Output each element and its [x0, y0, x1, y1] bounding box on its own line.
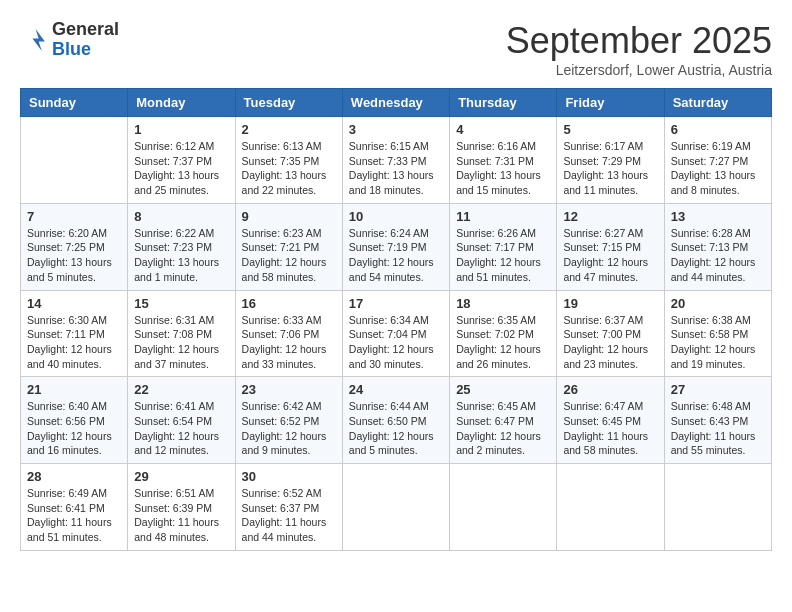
- calendar-cell: 27Sunrise: 6:48 AMSunset: 6:43 PMDayligh…: [664, 377, 771, 464]
- day-header-monday: Monday: [128, 89, 235, 117]
- calendar-cell: 11Sunrise: 6:26 AMSunset: 7:17 PMDayligh…: [450, 203, 557, 290]
- day-number: 16: [242, 296, 336, 311]
- calendar-cell: 8Sunrise: 6:22 AMSunset: 7:23 PMDaylight…: [128, 203, 235, 290]
- calendar-cell: 1Sunrise: 6:12 AMSunset: 7:37 PMDaylight…: [128, 117, 235, 204]
- day-number: 22: [134, 382, 228, 397]
- day-header-tuesday: Tuesday: [235, 89, 342, 117]
- day-number: 21: [27, 382, 121, 397]
- day-info: Sunrise: 6:15 AMSunset: 7:33 PMDaylight:…: [349, 139, 443, 198]
- day-number: 29: [134, 469, 228, 484]
- calendar-cell: 9Sunrise: 6:23 AMSunset: 7:21 PMDaylight…: [235, 203, 342, 290]
- day-info: Sunrise: 6:38 AMSunset: 6:58 PMDaylight:…: [671, 313, 765, 372]
- calendar-week-row: 1Sunrise: 6:12 AMSunset: 7:37 PMDaylight…: [21, 117, 772, 204]
- logo: General Blue: [20, 20, 119, 60]
- day-info: Sunrise: 6:40 AMSunset: 6:56 PMDaylight:…: [27, 399, 121, 458]
- day-number: 30: [242, 469, 336, 484]
- calendar-cell: 7Sunrise: 6:20 AMSunset: 7:25 PMDaylight…: [21, 203, 128, 290]
- day-header-saturday: Saturday: [664, 89, 771, 117]
- calendar-cell: 3Sunrise: 6:15 AMSunset: 7:33 PMDaylight…: [342, 117, 449, 204]
- day-number: 15: [134, 296, 228, 311]
- calendar-cell: 5Sunrise: 6:17 AMSunset: 7:29 PMDaylight…: [557, 117, 664, 204]
- calendar-cell: 19Sunrise: 6:37 AMSunset: 7:00 PMDayligh…: [557, 290, 664, 377]
- day-number: 24: [349, 382, 443, 397]
- day-info: Sunrise: 6:52 AMSunset: 6:37 PMDaylight:…: [242, 486, 336, 545]
- calendar-cell: 16Sunrise: 6:33 AMSunset: 7:06 PMDayligh…: [235, 290, 342, 377]
- calendar-cell: [450, 464, 557, 551]
- day-info: Sunrise: 6:20 AMSunset: 7:25 PMDaylight:…: [27, 226, 121, 285]
- day-info: Sunrise: 6:35 AMSunset: 7:02 PMDaylight:…: [456, 313, 550, 372]
- svg-marker-0: [32, 29, 44, 51]
- day-info: Sunrise: 6:17 AMSunset: 7:29 PMDaylight:…: [563, 139, 657, 198]
- day-number: 9: [242, 209, 336, 224]
- day-header-sunday: Sunday: [21, 89, 128, 117]
- day-number: 3: [349, 122, 443, 137]
- day-number: 26: [563, 382, 657, 397]
- day-number: 2: [242, 122, 336, 137]
- calendar-cell: 21Sunrise: 6:40 AMSunset: 6:56 PMDayligh…: [21, 377, 128, 464]
- calendar-week-row: 7Sunrise: 6:20 AMSunset: 7:25 PMDaylight…: [21, 203, 772, 290]
- day-number: 4: [456, 122, 550, 137]
- day-info: Sunrise: 6:37 AMSunset: 7:00 PMDaylight:…: [563, 313, 657, 372]
- day-number: 12: [563, 209, 657, 224]
- day-header-wednesday: Wednesday: [342, 89, 449, 117]
- calendar-week-row: 14Sunrise: 6:30 AMSunset: 7:11 PMDayligh…: [21, 290, 772, 377]
- calendar-cell: 30Sunrise: 6:52 AMSunset: 6:37 PMDayligh…: [235, 464, 342, 551]
- day-info: Sunrise: 6:27 AMSunset: 7:15 PMDaylight:…: [563, 226, 657, 285]
- calendar-cell: 17Sunrise: 6:34 AMSunset: 7:04 PMDayligh…: [342, 290, 449, 377]
- calendar-cell: [664, 464, 771, 551]
- day-header-friday: Friday: [557, 89, 664, 117]
- day-info: Sunrise: 6:12 AMSunset: 7:37 PMDaylight:…: [134, 139, 228, 198]
- day-number: 11: [456, 209, 550, 224]
- day-info: Sunrise: 6:51 AMSunset: 6:39 PMDaylight:…: [134, 486, 228, 545]
- day-info: Sunrise: 6:45 AMSunset: 6:47 PMDaylight:…: [456, 399, 550, 458]
- calendar-cell: 20Sunrise: 6:38 AMSunset: 6:58 PMDayligh…: [664, 290, 771, 377]
- day-number: 13: [671, 209, 765, 224]
- day-number: 20: [671, 296, 765, 311]
- title-area: September 2025 Leitzersdorf, Lower Austr…: [506, 20, 772, 78]
- day-info: Sunrise: 6:26 AMSunset: 7:17 PMDaylight:…: [456, 226, 550, 285]
- calendar-cell: 10Sunrise: 6:24 AMSunset: 7:19 PMDayligh…: [342, 203, 449, 290]
- page-header: General Blue September 2025 Leitzersdorf…: [20, 20, 772, 78]
- day-number: 1: [134, 122, 228, 137]
- calendar-cell: [557, 464, 664, 551]
- day-info: Sunrise: 6:31 AMSunset: 7:08 PMDaylight:…: [134, 313, 228, 372]
- calendar-cell: [342, 464, 449, 551]
- logo-text: General Blue: [52, 20, 119, 60]
- day-number: 7: [27, 209, 121, 224]
- calendar-cell: 4Sunrise: 6:16 AMSunset: 7:31 PMDaylight…: [450, 117, 557, 204]
- location: Leitzersdorf, Lower Austria, Austria: [506, 62, 772, 78]
- calendar-cell: 2Sunrise: 6:13 AMSunset: 7:35 PMDaylight…: [235, 117, 342, 204]
- day-number: 27: [671, 382, 765, 397]
- calendar-cell: 12Sunrise: 6:27 AMSunset: 7:15 PMDayligh…: [557, 203, 664, 290]
- calendar-cell: 15Sunrise: 6:31 AMSunset: 7:08 PMDayligh…: [128, 290, 235, 377]
- day-number: 8: [134, 209, 228, 224]
- day-number: 6: [671, 122, 765, 137]
- day-number: 23: [242, 382, 336, 397]
- day-info: Sunrise: 6:42 AMSunset: 6:52 PMDaylight:…: [242, 399, 336, 458]
- month-title: September 2025: [506, 20, 772, 62]
- day-info: Sunrise: 6:30 AMSunset: 7:11 PMDaylight:…: [27, 313, 121, 372]
- day-number: 28: [27, 469, 121, 484]
- calendar-cell: 26Sunrise: 6:47 AMSunset: 6:45 PMDayligh…: [557, 377, 664, 464]
- calendar-cell: 6Sunrise: 6:19 AMSunset: 7:27 PMDaylight…: [664, 117, 771, 204]
- day-number: 17: [349, 296, 443, 311]
- calendar-cell: 25Sunrise: 6:45 AMSunset: 6:47 PMDayligh…: [450, 377, 557, 464]
- day-info: Sunrise: 6:16 AMSunset: 7:31 PMDaylight:…: [456, 139, 550, 198]
- calendar-cell: [21, 117, 128, 204]
- day-info: Sunrise: 6:33 AMSunset: 7:06 PMDaylight:…: [242, 313, 336, 372]
- day-info: Sunrise: 6:28 AMSunset: 7:13 PMDaylight:…: [671, 226, 765, 285]
- day-info: Sunrise: 6:49 AMSunset: 6:41 PMDaylight:…: [27, 486, 121, 545]
- day-number: 10: [349, 209, 443, 224]
- calendar-cell: 14Sunrise: 6:30 AMSunset: 7:11 PMDayligh…: [21, 290, 128, 377]
- day-number: 18: [456, 296, 550, 311]
- calendar-cell: 28Sunrise: 6:49 AMSunset: 6:41 PMDayligh…: [21, 464, 128, 551]
- day-info: Sunrise: 6:34 AMSunset: 7:04 PMDaylight:…: [349, 313, 443, 372]
- day-info: Sunrise: 6:22 AMSunset: 7:23 PMDaylight:…: [134, 226, 228, 285]
- day-info: Sunrise: 6:23 AMSunset: 7:21 PMDaylight:…: [242, 226, 336, 285]
- calendar-header-row: SundayMondayTuesdayWednesdayThursdayFrid…: [21, 89, 772, 117]
- calendar-cell: 13Sunrise: 6:28 AMSunset: 7:13 PMDayligh…: [664, 203, 771, 290]
- calendar-cell: 18Sunrise: 6:35 AMSunset: 7:02 PMDayligh…: [450, 290, 557, 377]
- day-number: 5: [563, 122, 657, 137]
- day-info: Sunrise: 6:48 AMSunset: 6:43 PMDaylight:…: [671, 399, 765, 458]
- day-number: 14: [27, 296, 121, 311]
